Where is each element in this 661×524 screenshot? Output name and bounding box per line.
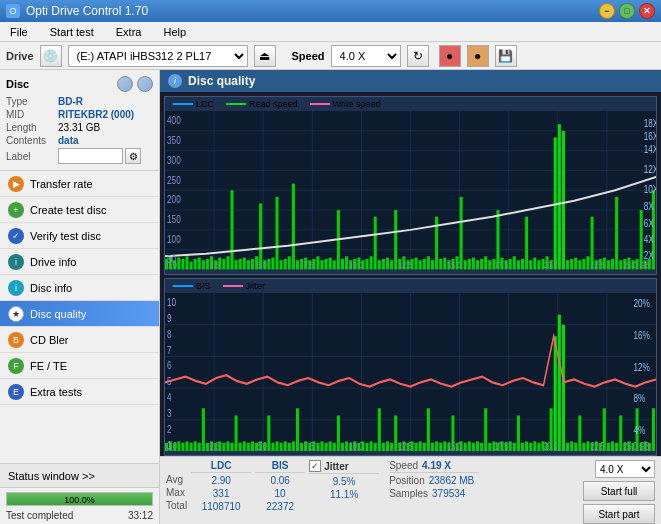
svg-rect-95 — [484, 256, 487, 269]
drive-select[interactable]: (E:) ATAPI iHBS312 2 PL17 — [68, 45, 248, 67]
svg-rect-247 — [443, 441, 446, 451]
status-window-button[interactable]: Status window >> — [0, 464, 159, 488]
svg-rect-288 — [611, 441, 614, 451]
svg-text:100: 100 — [167, 233, 181, 245]
drive-info-icon: i — [8, 254, 24, 270]
svg-text:3: 3 — [167, 406, 172, 419]
jitter-max: 11.1% — [309, 489, 379, 500]
sidebar: Disc Type BD-R MID RITEKBR2 (000) Length — [0, 70, 160, 524]
action-buttons-area: 4.0 X 2.0 X 8.0 X Start full Start part — [583, 460, 655, 524]
transfer-rate-icon: ▶ — [8, 176, 24, 192]
disc-quality-label: Disc quality — [30, 308, 86, 320]
disc-label-label: Label — [6, 151, 58, 162]
svg-text:4X: 4X — [644, 233, 655, 245]
sidebar-item-disc-quality[interactable]: ★ Disc quality — [0, 301, 159, 327]
svg-rect-216 — [316, 442, 319, 451]
svg-text:8%: 8% — [633, 392, 645, 405]
sidebar-item-drive-info[interactable]: i Drive info — [0, 249, 159, 275]
sidebar-item-extra-tests[interactable]: E Extra tests — [0, 379, 159, 405]
sidebar-item-transfer-rate[interactable]: ▶ Transfer rate — [0, 171, 159, 197]
speed-position-col: Speed 4.19 X Position 23862 MB Samples 3… — [389, 460, 479, 499]
svg-rect-127 — [615, 197, 618, 270]
sidebar-item-cd-bler[interactable]: B CD Bler — [0, 327, 159, 353]
close-button[interactable]: ✕ — [639, 3, 655, 19]
jitter-checkbox[interactable]: ✓ — [309, 460, 321, 472]
svg-rect-275 — [558, 314, 561, 451]
color-btn-2[interactable]: ● — [467, 45, 489, 67]
svg-rect-104 — [521, 259, 524, 270]
sidebar-item-disc-info[interactable]: i Disc info — [0, 275, 159, 301]
sidebar-item-fe-te[interactable]: F FE / TE — [0, 353, 159, 379]
sidebar-item-verify-test-disc[interactable]: ✓ Verify test disc — [0, 223, 159, 249]
svg-rect-220 — [333, 442, 336, 451]
svg-rect-198 — [243, 441, 246, 451]
svg-rect-43 — [271, 258, 274, 270]
svg-rect-60 — [341, 259, 344, 270]
svg-rect-38 — [251, 259, 254, 270]
bis-jitter-legend: BIS Jitter — [165, 279, 656, 293]
test-speed-select[interactable]: 4.0 X 2.0 X 8.0 X — [595, 460, 655, 478]
svg-text:2.5: 2.5 — [210, 260, 220, 269]
menu-start-test[interactable]: Start test — [44, 25, 100, 39]
sidebar-bottom: Status window >> 100.0% Test completed 3… — [0, 463, 159, 524]
speed-label: Speed — [292, 50, 325, 62]
svg-text:7.5: 7.5 — [304, 260, 314, 269]
speed-select[interactable]: 4.0 X 2.0 X 6.0 X 8.0 X — [331, 45, 401, 67]
svg-rect-209 — [288, 442, 291, 451]
minimize-button[interactable]: − — [599, 3, 615, 19]
verify-test-icon: ✓ — [8, 228, 24, 244]
disc-label-browse-btn[interactable]: ⚙ — [125, 148, 141, 164]
svg-rect-36 — [243, 258, 246, 270]
eject-button[interactable]: ⏏ — [254, 45, 276, 67]
maximize-button[interactable]: □ — [619, 3, 635, 19]
svg-rect-66 — [365, 259, 368, 270]
jitter-stats-col: ✓ Jitter 9.5% 11.1% — [309, 460, 379, 502]
svg-text:20.0: 20.0 — [543, 440, 557, 451]
status-text-row: Test completed 33:12 — [0, 510, 159, 524]
svg-rect-277 — [566, 442, 569, 451]
sidebar-item-create-test-disc[interactable]: + Create test disc — [0, 197, 159, 223]
disc-type-value: BD-R — [58, 96, 83, 107]
svg-text:15.0: 15.0 — [447, 260, 461, 269]
disc-icon-2 — [137, 76, 153, 92]
disc-length-label: Length — [6, 122, 58, 133]
svg-rect-102 — [513, 256, 516, 269]
speed-stat-label: Speed — [389, 460, 418, 471]
start-part-button[interactable]: Start part — [583, 504, 655, 524]
disc-info-label: Disc info — [30, 282, 72, 294]
svg-rect-185 — [190, 442, 193, 451]
drive-icon-btn[interactable]: 💿 — [40, 45, 62, 67]
svg-rect-279 — [574, 442, 577, 451]
disc-contents-value: data — [58, 135, 79, 146]
menu-file[interactable]: File — [4, 25, 34, 39]
disc-label-input[interactable] — [58, 148, 123, 164]
svg-rect-229 — [370, 441, 373, 451]
fe-te-icon: F — [8, 358, 24, 374]
disc-mid-row: MID RITEKBR2 (000) — [6, 109, 153, 120]
svg-rect-48 — [292, 184, 295, 270]
svg-text:8X: 8X — [644, 200, 655, 212]
svg-rect-47 — [288, 256, 291, 269]
svg-rect-79 — [419, 260, 422, 269]
svg-rect-72 — [390, 260, 393, 269]
start-full-button[interactable]: Start full — [583, 481, 655, 501]
max-label: Max — [166, 487, 187, 498]
color-btn-1[interactable]: ● — [439, 45, 461, 67]
create-test-label: Create test disc — [30, 204, 106, 216]
disc-contents-row: Contents data — [6, 135, 153, 146]
save-button[interactable]: 💾 — [495, 45, 517, 67]
svg-text:5: 5 — [167, 374, 172, 387]
svg-text:16%: 16% — [633, 328, 649, 341]
svg-rect-85 — [443, 258, 446, 270]
svg-rect-81 — [427, 256, 430, 269]
refresh-button[interactable]: ↻ — [407, 45, 429, 67]
svg-rect-263 — [509, 441, 512, 451]
transfer-rate-label: Transfer rate — [30, 178, 93, 190]
disc-quality-header-icon: i — [168, 74, 182, 88]
menu-help[interactable]: Help — [157, 25, 192, 39]
svg-text:10.0: 10.0 — [349, 440, 363, 451]
menu-extra[interactable]: Extra — [110, 25, 148, 39]
svg-rect-210 — [292, 441, 295, 451]
ldc-avg: 2.90 — [191, 475, 251, 486]
svg-rect-205 — [271, 442, 274, 451]
